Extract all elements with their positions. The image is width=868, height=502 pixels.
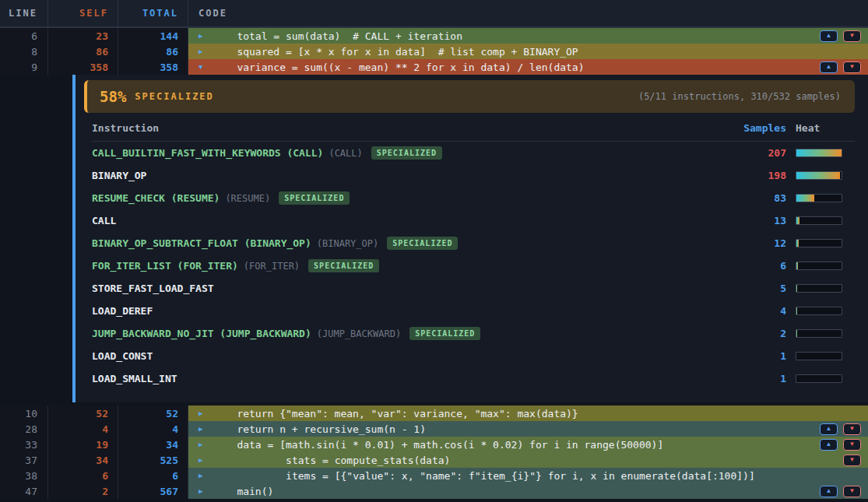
- move-down-button[interactable]: ▼: [843, 30, 861, 42]
- code-cell[interactable]: ▶total = sum(data) # CALL + iteration▲▼: [188, 28, 868, 44]
- expand-icon[interactable]: ▶: [188, 409, 212, 417]
- heat-bar: [796, 307, 842, 315]
- instruction-alias: (BINARY_OP): [317, 238, 378, 249]
- instruction-name: JUMP_BACKWARD_NO_JIT (JUMP_BACKWARD)(JUM…: [92, 327, 732, 340]
- code-text: total = sum(data) # CALL + iteration: [212, 30, 462, 42]
- code-cell[interactable]: ▶ items = [{"value": x, "name": f"item_{…: [188, 468, 868, 483]
- instruction-row: BINARY_OP_SUBTRACT_FLOAT (BINARY_OP)(BIN…: [92, 232, 855, 255]
- instruction-row: LOAD_DEREF4: [92, 300, 855, 322]
- instruction-alias: (FOR_ITER): [244, 261, 300, 272]
- heat-column: [786, 374, 855, 383]
- total-samples: 6: [118, 468, 188, 483]
- code-line-row: 105252▶return {"mean": mean, "var": vari…: [0, 405, 868, 421]
- col-header-self: SELF: [48, 0, 118, 26]
- expand-icon[interactable]: ▶: [188, 487, 212, 495]
- code-rows-bottom: 105252▶return {"mean": mean, "var": vari…: [0, 405, 868, 499]
- instruction-row: RESUME_CHECK (RESUME)(RESUME)SPECIALIZED…: [92, 187, 855, 209]
- move-down-button[interactable]: ▼: [843, 486, 861, 497]
- instruction-samples: 4: [732, 305, 786, 317]
- move-down-button[interactable]: ▼: [843, 61, 861, 73]
- instruction-col-header: Instruction: [92, 122, 732, 134]
- heat-bar-fill: [796, 149, 842, 156]
- code-line-row: 331934▶data = [math.sin(i * 0.01) + math…: [0, 437, 868, 452]
- row-buttons: ▲▼: [820, 486, 868, 497]
- specialized-badge: SPECIALIZED: [387, 237, 458, 250]
- move-down-button[interactable]: ▼: [843, 455, 861, 466]
- code-text: items = [{"value": x, "name": f"item_{i}…: [212, 470, 755, 482]
- expand-icon[interactable]: ▶: [188, 472, 212, 479]
- move-up-button[interactable]: ▲: [820, 439, 838, 451]
- expand-icon[interactable]: ▶: [188, 456, 212, 464]
- heat-bar: [796, 284, 842, 293]
- heat-bar: [796, 194, 842, 202]
- code-cell[interactable]: ▼variance = sum((x - mean) ** 2 for x in…: [188, 59, 868, 75]
- instruction-table: Instruction Samples Heat CALL_BUILTIN_FA…: [92, 119, 855, 390]
- instruction-name: RESUME_CHECK (RESUME)(RESUME)SPECIALIZED: [92, 191, 732, 205]
- code-cell[interactable]: ▶ stats = compute_stats(data)▼: [188, 452, 868, 468]
- heat-bar-fill: [796, 285, 797, 292]
- total-samples: 144: [118, 28, 188, 44]
- code-cell[interactable]: ▶main()▲▼: [188, 483, 868, 499]
- specialized-badge: SPECIALIZED: [371, 146, 442, 160]
- specialized-badge: SPECIALIZED: [279, 191, 350, 205]
- move-down-button[interactable]: ▼: [843, 423, 861, 435]
- instruction-row: FOR_ITER_LIST (FOR_ITER)(FOR_ITER)SPECIA…: [92, 255, 855, 277]
- specialized-badge: SPECIALIZED: [308, 259, 379, 272]
- code-line-row: 9358358▼variance = sum((x - mean) ** 2 f…: [0, 59, 868, 75]
- instruction-alias: (RESUME): [225, 193, 270, 204]
- code-line-row: 472567▶main()▲▼: [0, 483, 868, 499]
- heat-column: [786, 239, 855, 247]
- move-up-button[interactable]: ▲: [820, 61, 838, 73]
- instruction-samples: 198: [732, 170, 786, 181]
- self-samples: 358: [48, 59, 118, 75]
- instruction-samples: 1: [732, 373, 786, 384]
- instruction-samples: 207: [732, 147, 786, 159]
- heat-bar: [796, 262, 842, 270]
- instruction-samples: 12: [732, 237, 786, 249]
- total-samples: 567: [118, 483, 188, 499]
- heat-column: [786, 329, 855, 338]
- move-up-button[interactable]: ▲: [820, 30, 838, 42]
- line-number: 8: [0, 44, 48, 59]
- code-cell[interactable]: ▶return {"mean": mean, "var": variance, …: [188, 405, 868, 421]
- total-samples: 52: [118, 405, 188, 421]
- code-cell[interactable]: ▶return n + recursive_sum(n - 1)▲▼: [188, 421, 868, 437]
- code-text: squared = [x * x for x in data] # list c…: [212, 46, 578, 58]
- code-cell[interactable]: ▶squared = [x * x for x in data] # list …: [188, 44, 868, 59]
- heat-bar-fill: [796, 217, 799, 224]
- self-samples: 2: [48, 483, 118, 499]
- collapse-icon[interactable]: ▼: [188, 63, 212, 71]
- line-number: 28: [0, 421, 48, 437]
- instruction-name: LOAD_CONST: [92, 350, 732, 362]
- expand-icon[interactable]: ▶: [188, 32, 212, 40]
- instruction-alias: (CALL): [329, 148, 362, 159]
- specialized-badge: SPECIALIZED: [409, 327, 480, 340]
- move-up-button[interactable]: ▲: [820, 486, 838, 497]
- code-cell[interactable]: ▶data = [math.sin(i * 0.01) + math.cos(i…: [188, 437, 868, 452]
- instruction-name: LOAD_SMALL_INT: [92, 373, 732, 384]
- col-header-code: CODE: [188, 0, 868, 26]
- heat-column: [786, 194, 855, 202]
- heat-bar-fill: [796, 195, 814, 202]
- self-samples: 86: [48, 44, 118, 59]
- heat-bar: [796, 149, 842, 157]
- move-down-button[interactable]: ▼: [843, 439, 861, 451]
- heat-bar-fill: [796, 262, 798, 269]
- instruction-samples: 1: [732, 350, 786, 362]
- move-up-button[interactable]: ▲: [820, 423, 838, 435]
- expand-icon[interactable]: ▶: [188, 47, 212, 55]
- line-number: 6: [0, 28, 48, 44]
- expand-icon[interactable]: ▶: [188, 441, 212, 448]
- heat-bar: [796, 171, 842, 180]
- heat-bar: [796, 216, 842, 225]
- instruction-row: LOAD_SMALL_INT1: [92, 367, 855, 390]
- samples-col-header: Samples: [732, 122, 786, 134]
- self-samples: 4: [48, 421, 118, 437]
- instruction-name: BINARY_OP: [92, 170, 732, 181]
- expand-icon[interactable]: ▶: [188, 425, 212, 433]
- table-header: LINE SELF TOTAL CODE: [0, 0, 868, 28]
- instruction-samples: 5: [732, 283, 786, 294]
- line-number: 37: [0, 452, 48, 468]
- self-samples: 6: [48, 468, 118, 483]
- heat-bar: [796, 374, 842, 383]
